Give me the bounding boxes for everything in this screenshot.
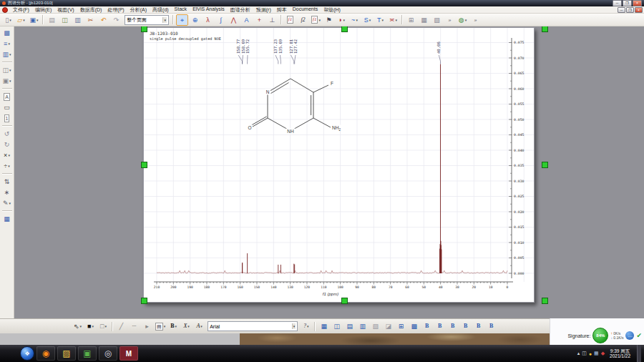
tray-safety-icon[interactable]: ● (589, 351, 592, 356)
selection-handle[interactable] (542, 298, 548, 304)
line-style-icon[interactable]: ╱ (115, 321, 127, 332)
globe-icon[interactable]: ◍▾ (457, 14, 469, 26)
assignment-icon[interactable]: A (240, 14, 253, 26)
menu-item-12[interactable]: Documents (290, 6, 321, 14)
taskbar-folder-icon[interactable]: ▨ (57, 346, 76, 361)
app-menu-icon[interactable] (2, 7, 8, 13)
crosshair-icon[interactable]: + (253, 14, 265, 26)
list-format-icon[interactable]: ▤▾ (154, 321, 167, 332)
baseline-icon[interactable]: ~▾ (348, 14, 361, 26)
start-button[interactable]: ❖ (20, 346, 34, 361)
tray-volume-icon[interactable]: ◆ (601, 351, 605, 356)
peak-annotations[interactable]: 158.77158.69155.72137.23135.69127.81127.… (236, 39, 441, 64)
accelerator-ball-icon[interactable]: ⋯ (625, 331, 634, 340)
minimize-button[interactable]: ─ (618, 7, 625, 13)
font-combo[interactable]: Arial▾ (208, 321, 298, 331)
menu-item-9[interactable]: 图谱分析 (228, 6, 253, 14)
multiplet-icon[interactable]: ⋀ (228, 14, 240, 26)
cascade-windows-icon[interactable]: ▣▾ (0, 76, 14, 86)
zoom-combo[interactable]: 整个页面▾ (125, 15, 169, 25)
integrals-table-icon[interactable]: ◫ (331, 321, 343, 332)
menu-item-7[interactable]: Stack (172, 6, 190, 14)
minimize-button[interactable]: ─ (613, 0, 622, 6)
calculator-icon[interactable]: ▦ (0, 214, 14, 224)
flag-icon[interactable]: ⚑ (323, 14, 335, 26)
integration-icon[interactable]: ∫ (215, 14, 227, 26)
cut-icon[interactable]: ✂ (84, 14, 97, 26)
multiplets-table-icon[interactable]: ▤ (343, 321, 356, 332)
font-color-icon[interactable]: A▾ (193, 321, 205, 332)
compounds-table-icon[interactable]: ⊞ (395, 321, 407, 332)
symmetrize-icon[interactable]: ≍▾ (387, 14, 399, 26)
selection-handle[interactable] (341, 26, 348, 32)
f1-button[interactable]: f1 (284, 14, 296, 26)
tray-network-icon[interactable]: ▦ (594, 351, 599, 356)
maximize-button[interactable]: ❐ (623, 0, 632, 6)
selection-handle[interactable] (542, 26, 548, 32)
f1-interactive-button[interactable]: f1▾ (310, 14, 322, 26)
text-tool-icon[interactable]: A (0, 92, 14, 102)
pan-icon[interactable]: ⊕ (189, 14, 201, 26)
f2-button[interactable]: f2 (297, 14, 309, 26)
document-canvas[interactable]: 2102001901801701601501401301201101009080… (14, 26, 644, 318)
report-b1-icon[interactable]: B (421, 321, 433, 332)
page-number-icon[interactable]: 1 (0, 113, 14, 123)
delete-icon[interactable]: ×▾ (0, 150, 14, 160)
menu-item-6[interactable]: 高级(d) (150, 6, 172, 14)
peak-picking-icon[interactable]: λ (202, 14, 214, 26)
snap-icon[interactable]: ∗ (0, 187, 14, 197)
menu-item-13[interactable]: 帮助(H) (321, 6, 343, 14)
strike-icon[interactable]: X▾ (180, 321, 192, 332)
menu-item-0[interactable]: 文件(F) (10, 6, 32, 14)
selection-handle[interactable] (341, 298, 348, 304)
menu-item-1[interactable]: 编辑(E) (32, 6, 54, 14)
align-icon[interactable]: ≡▾ (0, 39, 14, 49)
show-desktop-button[interactable] (637, 345, 641, 362)
params-table-icon[interactable]: ▥ (356, 321, 369, 332)
open-folder-icon[interactable]: ▱▾ (15, 14, 27, 26)
fill-color-icon[interactable]: ■▾ (84, 321, 97, 332)
overflow-icon[interactable]: » (444, 14, 456, 26)
zoom-select-icon[interactable]: ⌖ (176, 14, 188, 26)
chevron-down-icon[interactable]: ▾ (292, 323, 296, 329)
select-object-icon[interactable]: ▩ (0, 28, 14, 38)
maximize-button[interactable]: ❐ (626, 7, 634, 13)
molecule-structure[interactable]: NNHOFNH2 (247, 79, 341, 134)
menu-item-4[interactable]: 处理(P) (104, 6, 127, 14)
overflow-icon-2[interactable]: » (469, 14, 482, 26)
phase-correction-icon[interactable]: ◗▾ (336, 14, 348, 26)
ruler-icon[interactable]: ⊥ (266, 14, 278, 26)
tray-display-icon[interactable]: ◫ (582, 351, 587, 356)
pointer-tool-icon[interactable]: ⇖▾ (72, 321, 84, 332)
rotate-right-icon[interactable]: ↻ (0, 140, 14, 150)
redo-icon[interactable]: ↷ (110, 14, 122, 26)
swap-icon[interactable]: ⇅ (0, 177, 14, 187)
help-icon[interactable]: ?▾ (300, 321, 312, 332)
report-b6-icon[interactable]: B (485, 321, 497, 332)
bold-icon[interactable]: B▾ (167, 321, 180, 332)
image-frame-icon[interactable]: ▭ (0, 102, 14, 112)
apodization-icon[interactable]: S▾ (361, 14, 374, 26)
taskbar-nmr-app-icon[interactable]: M (119, 346, 138, 361)
selection-handle[interactable] (141, 162, 147, 168)
undo-icon[interactable]: ↶ (97, 14, 109, 26)
report-icon[interactable]: ▦ (418, 14, 430, 26)
assignment-table-icon[interactable]: ▩ (408, 321, 420, 332)
clipboard-icon[interactable]: ▧ (431, 14, 443, 26)
print-icon[interactable]: ▤ (46, 14, 58, 26)
report-b3-icon[interactable]: B (447, 321, 459, 332)
new-file-icon[interactable]: ▯▾ (2, 14, 14, 26)
taskbar-media-icon[interactable]: ◎ (99, 346, 117, 361)
spectrum-page[interactable]: 2102001901801701601501401301201101009080… (143, 27, 535, 303)
report-b4-icon[interactable]: B (459, 321, 472, 332)
taskbar-browser-icon[interactable]: ◉ (36, 346, 55, 361)
menu-item-2[interactable]: 视图(V) (54, 6, 77, 14)
tile-windows-icon[interactable]: ◫▾ (0, 65, 14, 75)
tray-hidden-icons[interactable]: ▴ (577, 351, 580, 356)
taskbar-notes-icon[interactable]: ▣ (78, 346, 97, 361)
copy-region-icon[interactable]: ◪ (382, 321, 394, 332)
taskbar-clock[interactable]: 9:39 周五 2021/1/22 (607, 348, 633, 359)
close-button[interactable]: × (635, 7, 643, 13)
menu-item-10[interactable]: 预测(r) (253, 6, 274, 14)
transform-icon[interactable]: T▾ (374, 14, 386, 26)
